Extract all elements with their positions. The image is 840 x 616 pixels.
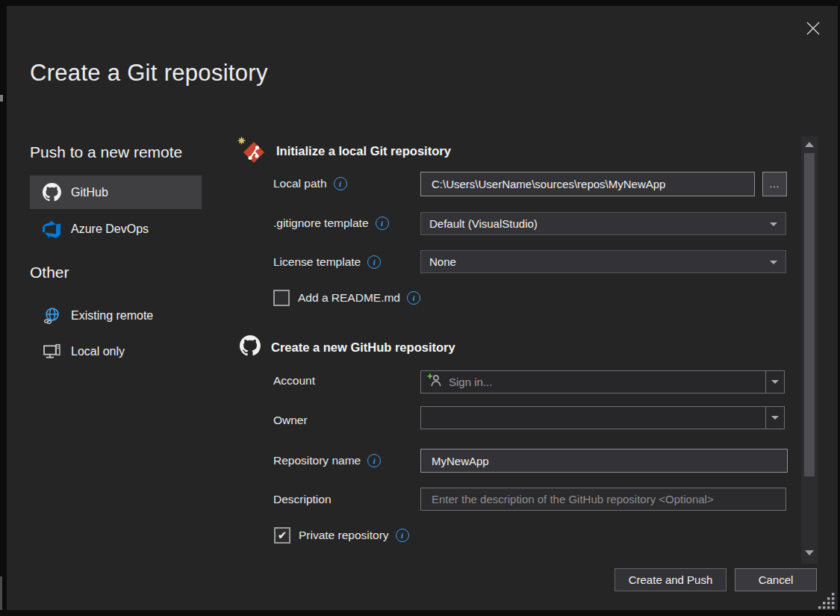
computer-icon [42,342,61,361]
repo-name-input[interactable] [420,449,788,473]
vertical-scrollbar[interactable] [801,137,818,564]
local-path-label: Local path [273,177,327,190]
dropdown-arrow-icon [770,261,777,264]
sidebar-item-local-only[interactable]: Local only [30,335,202,368]
gitignore-label: .gitignore template [273,217,369,230]
create-and-push-button[interactable]: Create and Push [615,568,727,591]
account-dropdown-button[interactable] [765,371,784,393]
dialog-title: Create a Git repository [30,60,268,87]
account-label: Account [273,374,315,388]
private-repo-label-row: Private repository i [299,529,409,542]
sidebar-item-label: Azure DevOps [71,223,149,236]
info-icon[interactable]: i [367,454,381,467]
screen: Create a Git repository Push to a new re… [0,0,840,616]
repo-name-label-row: Repository name i [273,454,381,467]
init-section-header: Initialize a local Git repository [237,137,451,165]
scrollbar-thumb[interactable] [804,153,815,476]
sign-in-user-icon [427,373,443,391]
scrollbar-down-icon[interactable] [805,550,814,556]
new-git-repo-icon [237,137,266,165]
description-input[interactable] [420,488,786,511]
github-icon [240,335,261,359]
owner-dropdown-button[interactable] [765,407,784,429]
license-dropdown[interactable]: None [420,250,786,273]
info-icon[interactable]: i [376,217,389,230]
azure-devops-icon [42,220,61,239]
cancel-button[interactable]: Cancel [735,568,817,591]
github-section-title: Create a new GitHub repository [271,340,455,355]
description-label: Description [273,493,332,506]
license-label: License template [273,255,361,269]
window-edge-artifact [0,95,3,102]
owner-label: Owner [273,414,308,427]
create-git-repo-dialog: Create a Git repository Push to a new re… [7,6,838,610]
sidebar-item-github[interactable]: GitHub [30,175,202,209]
private-repo-checkbox[interactable]: ✔ [274,527,290,544]
dropdown-arrow-icon [771,380,779,384]
license-value: None [429,255,456,268]
info-icon[interactable]: i [367,255,381,269]
github-section-header: Create a new GitHub repository [240,335,455,359]
info-icon[interactable]: i [334,177,347,190]
license-label-row: License template i [273,255,381,269]
local-path-label-row: Local path i [273,177,347,190]
init-section-title: Initialize a local Git repository [276,144,451,158]
window-edge-artifact [0,576,2,610]
account-placeholder: Sign in... [449,376,492,388]
readme-label: Add a README.md [298,291,400,305]
owner-combobox[interactable] [420,406,785,429]
scrollbar-up-icon[interactable] [805,142,814,147]
account-combobox[interactable]: Sign in... [420,370,785,393]
github-icon [42,183,61,202]
close-icon [806,22,820,35]
repo-name-label: Repository name [273,454,361,467]
info-icon[interactable]: i [407,291,420,305]
sidebar-item-azure-devops[interactable]: Azure DevOps [30,212,202,246]
globe-remote-icon [42,306,61,326]
readme-checkbox[interactable] [273,290,290,306]
push-remote-heading: Push to a new remote [30,143,182,161]
browse-button[interactable]: ... [762,172,787,196]
resize-grip[interactable] [818,592,836,613]
sidebar-item-existing-remote[interactable]: Existing remote [30,299,202,332]
gitignore-value: Default (VisualStudio) [429,217,538,230]
gitignore-dropdown[interactable]: Default (VisualStudio) [420,212,786,235]
close-button[interactable] [800,15,827,42]
dropdown-arrow-icon [770,223,777,226]
sidebar-item-label: Existing remote [71,309,153,323]
other-heading: Other [30,264,69,281]
sidebar-item-label: GitHub [71,186,108,199]
info-icon[interactable]: i [396,529,409,542]
dropdown-arrow-icon [771,416,779,420]
gitignore-label-row: .gitignore template i [273,217,389,230]
readme-label-row: Add a README.md i [298,291,420,305]
sidebar-item-label: Local only [71,345,125,358]
private-repo-label: Private repository [299,529,389,542]
local-path-input[interactable] [420,172,755,196]
